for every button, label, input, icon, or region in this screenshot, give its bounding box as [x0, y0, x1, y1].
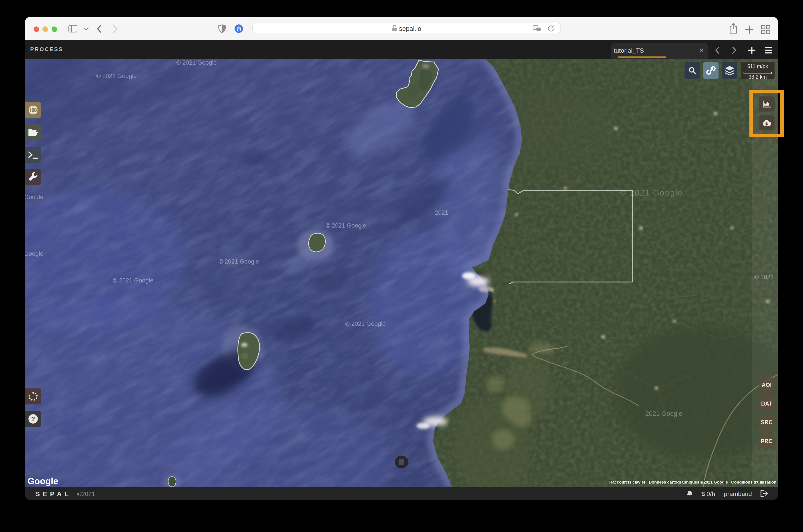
svg-text:2021: 2021 — [435, 209, 448, 216]
svg-text:© 2021 Google: © 2021 Google — [176, 59, 217, 66]
svg-text:A: A — [535, 26, 537, 29]
svg-text:2021 Google: 2021 Google — [646, 410, 682, 417]
svg-text:Google: Google — [25, 250, 43, 257]
svg-text:© 2021 Google: © 2021 Google — [96, 73, 137, 79]
svg-text:Google: Google — [25, 194, 43, 201]
svg-text:© 2021 Google: © 2021 Google — [620, 188, 683, 197]
svg-text:?: ? — [31, 415, 35, 422]
svg-text:© 2021 Google: © 2021 Google — [326, 222, 366, 229]
svg-text:© 2021 Google: © 2021 Google — [113, 277, 153, 284]
svg-text:© 2021 Google: © 2021 Google — [219, 258, 259, 265]
svg-text:© 2021 Google: © 2021 Google — [345, 320, 386, 327]
